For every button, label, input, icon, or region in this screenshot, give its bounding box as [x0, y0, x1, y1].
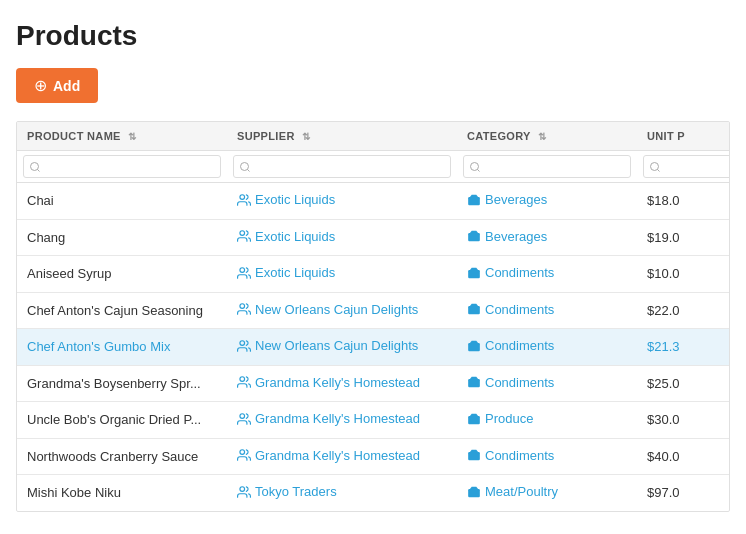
- sort-icon-category: ⇅: [538, 131, 546, 142]
- filter-category[interactable]: [463, 155, 631, 178]
- category-name: Produce: [485, 411, 533, 426]
- svg-point-6: [240, 304, 245, 309]
- category-icon: [467, 339, 481, 353]
- supplier-link[interactable]: Grandma Kelly's Homestead: [237, 411, 420, 426]
- table-row[interactable]: Chef Anton's Gumbo MixNew Orleans Cajun …: [17, 329, 730, 366]
- category-link[interactable]: Condiments: [467, 265, 554, 280]
- supplier-link[interactable]: New Orleans Cajun Delights: [237, 338, 418, 353]
- cell-supplier: Tokyo Traders: [227, 475, 457, 511]
- table-row[interactable]: Northwoods Cranberry SauceGrandma Kelly'…: [17, 438, 730, 475]
- category-link[interactable]: Beverages: [467, 192, 547, 207]
- svg-point-16: [240, 486, 245, 491]
- supplier-icon: [237, 193, 251, 207]
- category-name: Condiments: [485, 265, 554, 280]
- table-row[interactable]: Grandma's Boysenberry Spr...Grandma Kell…: [17, 365, 730, 402]
- category-link[interactable]: Condiments: [467, 375, 554, 390]
- cell-category: Produce: [457, 402, 637, 439]
- cell-supplier: New Orleans Cajun Delights: [227, 292, 457, 329]
- supplier-link[interactable]: Grandma Kelly's Homestead: [237, 375, 420, 390]
- cell-unit-price: $10.0: [637, 256, 730, 293]
- add-button[interactable]: ⊕ Add: [16, 68, 98, 103]
- category-icon: [467, 485, 481, 499]
- product-name-link[interactable]: Chef Anton's Gumbo Mix: [27, 339, 170, 354]
- sort-icon-supplier: ⇅: [302, 131, 310, 142]
- category-icon: [467, 193, 481, 207]
- cell-unit-price: $40.0: [637, 438, 730, 475]
- price-link[interactable]: $21.3: [647, 339, 680, 354]
- category-icon: [467, 448, 481, 462]
- cell-category: Beverages: [457, 219, 637, 256]
- cell-product-name: Chef Anton's Cajun Seasoning: [17, 292, 227, 329]
- table-row[interactable]: Uncle Bob's Organic Dried P...Grandma Ke…: [17, 402, 730, 439]
- category-icon: [467, 448, 481, 462]
- svg-rect-3: [468, 233, 480, 241]
- supplier-icon: [237, 229, 251, 243]
- supplier-icon: [237, 375, 251, 389]
- supplier-link[interactable]: New Orleans Cajun Delights: [237, 302, 418, 317]
- products-table: PRODUCT NAME ⇅ SUPPLIER ⇅ CATEGORY ⇅ UNI…: [16, 121, 730, 512]
- category-link[interactable]: Meat/Poultry: [467, 484, 558, 499]
- cell-product-name: Uncle Bob's Organic Dried P...: [17, 402, 227, 439]
- svg-point-4: [240, 267, 245, 272]
- supplier-name: New Orleans Cajun Delights: [255, 302, 418, 317]
- cell-category: Condiments: [457, 292, 637, 329]
- supplier-icon: [237, 302, 251, 316]
- supplier-icon: [237, 229, 251, 243]
- table-row[interactable]: Chef Anton's Cajun SeasoningNew Orleans …: [17, 292, 730, 329]
- svg-point-8: [240, 340, 245, 345]
- svg-rect-17: [468, 489, 480, 497]
- cell-unit-price: $21.3: [637, 329, 730, 366]
- sort-icon-product: ⇅: [128, 131, 136, 142]
- category-link[interactable]: Condiments: [467, 302, 554, 317]
- cell-product-name: Grandma's Boysenberry Spr...: [17, 365, 227, 402]
- category-icon: [467, 485, 481, 499]
- supplier-link[interactable]: Exotic Liquids: [237, 192, 335, 207]
- supplier-link[interactable]: Exotic Liquids: [237, 229, 335, 244]
- supplier-link[interactable]: Grandma Kelly's Homestead: [237, 448, 420, 463]
- category-name: Beverages: [485, 192, 547, 207]
- category-name: Meat/Poultry: [485, 484, 558, 499]
- table-row[interactable]: Mishi Kobe NikuTokyo TradersMeat/Poultry…: [17, 475, 730, 511]
- cell-category: Condiments: [457, 256, 637, 293]
- cell-unit-price: $18.0: [637, 183, 730, 220]
- category-icon: [467, 375, 481, 389]
- table-row[interactable]: ChaiExotic LiquidsBeverages$18.0: [17, 183, 730, 220]
- col-header-category[interactable]: CATEGORY ⇅: [457, 122, 637, 151]
- supplier-icon: [237, 266, 251, 280]
- cell-supplier: Grandma Kelly's Homestead: [227, 402, 457, 439]
- table-row[interactable]: Aniseed SyrupExotic LiquidsCondiments$10…: [17, 256, 730, 293]
- category-icon: [467, 339, 481, 353]
- cell-category: Condiments: [457, 365, 637, 402]
- supplier-icon: [237, 193, 251, 207]
- filter-product-name[interactable]: [23, 155, 221, 178]
- supplier-icon: [237, 375, 251, 389]
- category-icon: [467, 266, 481, 280]
- cell-product-name: Chai: [17, 183, 227, 220]
- cell-supplier: Grandma Kelly's Homestead: [227, 438, 457, 475]
- filter-supplier[interactable]: [233, 155, 451, 178]
- category-link[interactable]: Produce: [467, 411, 533, 426]
- add-button-label: Add: [53, 78, 80, 94]
- col-header-supplier[interactable]: SUPPLIER ⇅: [227, 122, 457, 151]
- svg-rect-15: [468, 452, 480, 460]
- col-header-product-name[interactable]: PRODUCT NAME ⇅: [17, 122, 227, 151]
- svg-rect-9: [468, 343, 480, 351]
- table-row[interactable]: ChangExotic LiquidsBeverages$19.0: [17, 219, 730, 256]
- supplier-link[interactable]: Exotic Liquids: [237, 265, 335, 280]
- cell-product-name: Chang: [17, 219, 227, 256]
- supplier-name: New Orleans Cajun Delights: [255, 338, 418, 353]
- category-icon: [467, 266, 481, 280]
- filter-unit-price[interactable]: [643, 155, 730, 178]
- category-name: Condiments: [485, 448, 554, 463]
- supplier-link[interactable]: Tokyo Traders: [237, 484, 337, 499]
- svg-rect-7: [468, 306, 480, 314]
- category-icon: [467, 375, 481, 389]
- plus-icon: ⊕: [34, 76, 47, 95]
- category-link[interactable]: Condiments: [467, 338, 554, 353]
- col-header-unit-price[interactable]: UNIT P: [637, 122, 730, 151]
- category-link[interactable]: Beverages: [467, 229, 547, 244]
- category-link[interactable]: Condiments: [467, 448, 554, 463]
- supplier-name: Grandma Kelly's Homestead: [255, 375, 420, 390]
- cell-unit-price: $22.0: [637, 292, 730, 329]
- category-icon: [467, 193, 481, 207]
